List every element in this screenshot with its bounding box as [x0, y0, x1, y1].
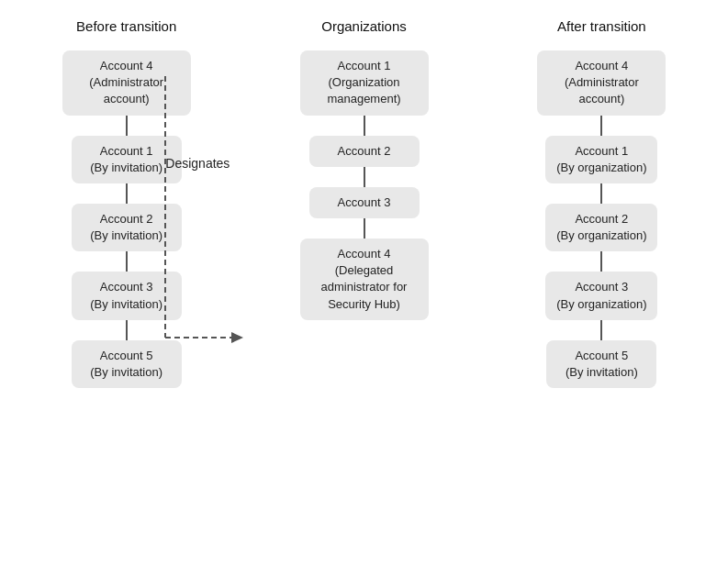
org-connector-1 — [364, 116, 365, 136]
after-column: After transition Account 4 (Administrato… — [494, 18, 710, 388]
dashed-arrow-svg — [156, 76, 239, 361]
connector-2 — [126, 183, 128, 204]
after-acc3-box: Account 3 (By organization) — [545, 272, 657, 319]
org-connector-3 — [364, 218, 365, 239]
after-title: After transition — [557, 18, 646, 34]
svg-marker-2 — [231, 332, 243, 343]
after-acc5-box: Account 5 (By invitation) — [546, 340, 656, 388]
before-title: Before transition — [76, 18, 176, 34]
after-acc2-box: Account 2 (By organization) — [545, 204, 657, 251]
org-acc2-box: Account 2 — [309, 136, 420, 167]
org-column: Organizations Designates Account 1 (Orga… — [234, 18, 493, 320]
org-title: Organizations — [321, 18, 407, 34]
after-connector-2 — [600, 183, 602, 204]
connector-4 — [126, 320, 128, 340]
after-connector-1 — [600, 116, 602, 136]
diagram-container: Before transition Account 4 (Administrat… — [18, 18, 710, 388]
connector-3 — [126, 251, 128, 272]
org-acc4-box: Account 4 (Delegated administrator for S… — [300, 239, 429, 320]
connector-1 — [126, 116, 128, 136]
org-acc1-box: Account 1 (Organization management) — [300, 50, 429, 116]
org-acc3-box: Account 3 — [309, 187, 420, 218]
after-acc1-box: Account 1 (By organization) — [545, 136, 657, 183]
org-connector-2 — [364, 167, 365, 187]
after-connector-3 — [600, 251, 602, 272]
after-acc4-box: Account 4 (Administrator account) — [537, 50, 666, 116]
after-connector-4 — [600, 320, 602, 340]
